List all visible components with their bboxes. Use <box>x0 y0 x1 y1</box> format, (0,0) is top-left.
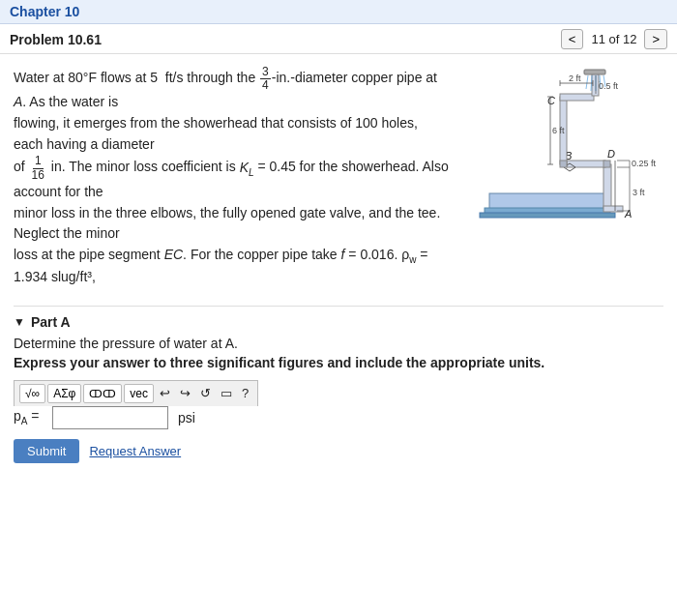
next-button[interactable]: > <box>644 29 667 49</box>
toolbar-question-icon[interactable]: ? <box>238 384 252 402</box>
nav-count: 11 of 12 <box>587 32 640 46</box>
toolbar-refresh-icon[interactable]: ↺ <box>196 384 215 402</box>
toolbar-aso-btn[interactable]: AΣφ <box>47 384 81 403</box>
diagram-area: A D 0.25 ft 3 ft <box>460 68 663 247</box>
problem-text-block: Water at 80°F flows at 5 ft/s through th… <box>14 66 451 296</box>
svg-text:A: A <box>624 208 632 220</box>
prev-button[interactable]: < <box>561 29 584 49</box>
part-question: Determine the pressure of water at A. <box>14 336 663 351</box>
request-answer-button[interactable]: Request Answer <box>89 439 181 463</box>
editor-toolbar: √∞ AΣφ ↀↀ vec ↩ ↪ ↺ ▭ ? <box>14 380 258 406</box>
frac-3-4: 34 <box>260 66 271 92</box>
toolbar-redo-icon[interactable]: ↪ <box>176 384 194 402</box>
answer-unit: psi <box>178 410 195 425</box>
toolbar-if-label: ↀↀ <box>89 388 116 399</box>
svg-rect-40 <box>560 161 567 167</box>
answer-input[interactable] <box>52 406 168 429</box>
problem-label: Problem 10.61 <box>10 32 102 47</box>
svg-rect-23 <box>584 70 605 74</box>
problem-layout: Water at 80°F flows at 5 ft/s through th… <box>14 66 663 296</box>
text-line5: loss at the pipe segment EC. For the cop… <box>14 247 427 284</box>
frac-1-16: 116 <box>30 155 46 181</box>
toolbar-if-btn[interactable]: ↀↀ <box>83 384 122 403</box>
part-a-label: Part A <box>31 314 71 330</box>
chapter-label: Chapter 10 <box>10 4 79 19</box>
svg-line-24 <box>586 75 588 89</box>
text-line2: flowing, it emerges from the showerhead … <box>14 115 418 152</box>
problem-bar: Problem 10.61 < 11 of 12 > <box>0 24 677 54</box>
answer-label: pA = <box>14 408 43 426</box>
svg-rect-20 <box>560 94 594 101</box>
toolbar-sqrt-icon: √∞ <box>25 387 40 400</box>
svg-rect-3 <box>603 164 611 208</box>
part-a-section: ▼ Part A Determine the pressure of water… <box>0 314 677 463</box>
svg-rect-6 <box>567 161 605 167</box>
svg-text:2 ft: 2 ft <box>569 73 581 83</box>
toolbar-undo-icon[interactable]: ↩ <box>156 384 174 402</box>
main-content: Water at 80°F flows at 5 ft/s through th… <box>0 54 677 307</box>
toolbar-box-icon[interactable]: ▭ <box>217 384 236 402</box>
svg-text:6 ft: 6 ft <box>552 126 565 135</box>
part-toggle[interactable]: ▼ <box>14 315 25 329</box>
svg-rect-41 <box>603 161 610 167</box>
answer-row: pA = psi <box>14 406 663 429</box>
svg-text:3 ft: 3 ft <box>633 188 645 197</box>
svg-rect-2 <box>480 213 615 218</box>
svg-text:0.5 ft: 0.5 ft <box>599 81 619 91</box>
problem-text: Water at 80°F flows at 5 ft/s through th… <box>14 66 451 288</box>
text-line4: minor loss in the three elbows, the full… <box>14 205 440 242</box>
part-instruction: Express your answer to three significant… <box>14 355 663 370</box>
text-line3-pre: of <box>14 160 29 175</box>
text-line1: Water at 80°F flows at 5 ft/s through th… <box>14 70 259 85</box>
part-header: ▼ Part A <box>14 314 663 330</box>
submit-button[interactable]: Submit <box>14 439 79 463</box>
chapter-bar: Chapter 10 <box>0 0 677 24</box>
toolbar-vec-btn[interactable]: vec <box>124 384 154 403</box>
nav-controls: < 11 of 12 > <box>561 29 667 49</box>
toolbar-sqrt-btn[interactable]: √∞ <box>19 384 45 403</box>
text-line3-post: in. The minor loss coefficient is KL = 0… <box>14 160 449 199</box>
btn-row: Submit Request Answer <box>14 439 663 463</box>
diagram-svg: A D 0.25 ft 3 ft <box>460 68 663 247</box>
svg-text:D: D <box>607 148 615 160</box>
svg-text:0.25 ft: 0.25 ft <box>632 159 657 168</box>
divider <box>14 306 663 307</box>
